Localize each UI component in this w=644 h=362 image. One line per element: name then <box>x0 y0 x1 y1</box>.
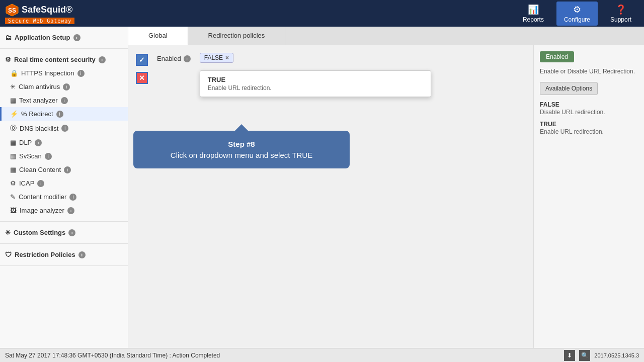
tooltip-text: Click on dropdown menu and select TRUE <box>145 151 338 159</box>
option-true-desc: Enable URL redirection. <box>540 128 638 136</box>
clean-content-label: Clean Content <box>19 166 61 173</box>
sidebar-section-title-app-setup[interactable]: 🗂 Application Setup i <box>0 31 128 44</box>
available-options-btn[interactable]: Available Options <box>540 82 598 95</box>
brand-name: SafeSquid® <box>22 5 72 15</box>
svg-text:SS: SS <box>8 7 16 14</box>
right-panel-option-true: TRUE Enable URL redirection. <box>540 121 638 136</box>
sidebar-item-clam-antivirus[interactable]: ✳ Clam antivirus i <box>0 80 128 94</box>
sidebar-section-title-realtime[interactable]: ⚙ Real time content security i <box>0 53 128 66</box>
search-icon[interactable]: 🔍 <box>579 350 590 361</box>
dlp-label: DLP <box>19 139 32 146</box>
clean-content-help-icon[interactable]: i <box>64 166 71 173</box>
sidebar-item-text-analyzer[interactable]: ▦ Text analyzer i <box>0 94 128 107</box>
sidebar: 🗂 Application Setup i ⚙ Real time conten… <box>0 27 128 348</box>
download-icon[interactable]: ⬇ <box>564 350 575 361</box>
icap-icon: ⚙ <box>10 179 16 187</box>
main-content: ✓ Enabled i FALSE × T <box>128 45 644 348</box>
statusbar-right: ⬇ 🔍 2017.0525.1345.3 <box>564 350 639 361</box>
center-panel: ✓ Enabled i FALSE × T <box>128 45 533 348</box>
restriction-help-icon[interactable]: i <box>78 251 86 258</box>
dlp-help-icon[interactable]: i <box>35 139 42 146</box>
navbar: SS SafeSquid® Secure Web Gateway 📊 Repor… <box>0 0 644 27</box>
tab-global[interactable]: Global <box>128 27 188 45</box>
dropdown-item-true[interactable]: TRUE Enable URL redirection. <box>200 71 431 97</box>
option-false-title: FALSE <box>540 101 638 108</box>
brand-subtitle: Secure Web Gateway <box>5 18 74 24</box>
support-nav-btn[interactable]: ❓ Support <box>603 2 639 26</box>
dns-help-icon[interactable]: i <box>61 125 68 132</box>
image-analyzer-help-icon[interactable]: i <box>67 207 74 214</box>
version-text: 2017.0525.1345.3 <box>594 352 639 358</box>
content-modifier-help-icon[interactable]: i <box>69 194 76 201</box>
enabled-label-text: Enabled <box>157 55 181 62</box>
svscan-label: SvScan <box>19 152 42 160</box>
support-icon: ❓ <box>615 4 626 15</box>
dns-icon: ⓪ <box>10 124 17 133</box>
custom-settings-label: Custom Settings <box>14 229 65 236</box>
sidebar-item-svscan[interactable]: ▦ SvScan i <box>0 149 128 163</box>
sidebar-item-https-inspection[interactable]: 🔒 HTTPS Inspection i <box>0 66 128 80</box>
dropdown-item-true-title: TRUE <box>208 76 423 83</box>
sidebar-item-clean-content[interactable]: ▦ Clean Content i <box>0 163 128 176</box>
remove-checkbox[interactable]: ✕ <box>136 72 148 84</box>
configure-nav-btn[interactable]: ⚙ Configure <box>556 2 598 26</box>
svscan-help-icon[interactable]: i <box>45 153 52 160</box>
logo-title: SS SafeSquid® <box>5 3 72 17</box>
realtime-icon: ⚙ <box>5 56 11 63</box>
tab-redirection-label: Redirection policies <box>208 32 265 39</box>
enabled-help-icon[interactable]: i <box>184 55 191 62</box>
enabled-badge: Enabled <box>540 51 574 62</box>
text-analyzer-label: Text analyzer <box>19 97 58 104</box>
sidebar-item-icap[interactable]: ⚙ ICAP i <box>0 176 128 190</box>
sidebar-section-title-custom[interactable]: ✳ Custom Settings i <box>0 226 128 239</box>
false-tag[interactable]: FALSE × <box>200 53 233 63</box>
redirect-label: % Redirect <box>21 110 53 118</box>
redirect-icon: ⚡ <box>10 110 18 118</box>
sidebar-section-title-restriction[interactable]: 🛡 Restriction Policies i <box>0 248 128 261</box>
option-true-title: TRUE <box>540 121 638 128</box>
enabled-checkbox-checked[interactable]: ✓ <box>136 54 148 66</box>
sidebar-section-application-setup: 🗂 Application Setup i <box>0 27 128 49</box>
tooltip-bubble: Step #8 Click on dropdown menu and selec… <box>133 131 350 168</box>
false-tag-close[interactable]: × <box>225 54 229 61</box>
logo: SS SafeSquid® Secure Web Gateway <box>5 3 74 24</box>
main-layout: 🗂 Application Setup i ⚙ Real time conten… <box>0 27 644 348</box>
logo-icon: SS <box>5 3 19 17</box>
restriction-icon: 🛡 <box>5 251 12 258</box>
redirect-help-icon[interactable]: i <box>56 111 63 118</box>
clam-help-icon[interactable]: i <box>63 83 70 90</box>
reports-label: Reports <box>523 16 544 23</box>
app-setup-help-icon[interactable]: i <box>73 34 80 41</box>
realtime-label: Real time content security <box>14 56 96 63</box>
reports-nav-btn[interactable]: 📊 Reports <box>515 2 551 26</box>
sidebar-section-realtime: ⚙ Real time content security i 🔒 HTTPS I… <box>0 49 128 222</box>
https-label: HTTPS Inspection <box>21 69 74 77</box>
sidebar-item-redirect[interactable]: ⚡ % Redirect i <box>0 107 128 121</box>
icap-help-icon[interactable]: i <box>37 180 44 187</box>
clam-icon: ✳ <box>10 83 16 90</box>
sidebar-section-restriction-policies: 🛡 Restriction Policies i <box>0 244 128 266</box>
https-help-icon[interactable]: i <box>77 70 85 77</box>
sidebar-item-dns-blacklist[interactable]: ⓪ DNS blacklist i <box>0 121 128 136</box>
svscan-icon: ▦ <box>10 152 16 160</box>
sidebar-item-dlp[interactable]: ▦ DLP i <box>0 136 128 149</box>
text-analyzer-help-icon[interactable]: i <box>61 97 68 104</box>
sidebar-item-content-modifier[interactable]: ✎ Content modifier i <box>0 190 128 204</box>
right-panel-description: Enable or Disable URL Redirection. <box>540 67 638 76</box>
app-setup-icon: 🗂 <box>5 34 12 41</box>
tab-redirection-policies[interactable]: Redirection policies <box>188 27 286 45</box>
realtime-help-icon[interactable]: i <box>99 56 106 63</box>
restriction-label: Restriction Policies <box>15 251 75 258</box>
https-icon: 🔒 <box>10 69 18 77</box>
dns-label: DNS blacklist <box>20 125 58 132</box>
false-tag-label: FALSE <box>204 54 223 61</box>
custom-settings-help-icon[interactable]: i <box>68 229 75 236</box>
dropdown-menu: TRUE Enable URL redirection. <box>200 70 431 97</box>
custom-settings-icon: ✳ <box>5 229 11 236</box>
remove-mark-icon: ✕ <box>139 74 145 82</box>
tabs-bar: Global Redirection policies <box>128 27 644 45</box>
statusbar: Sat May 27 2017 17:48:36 GMT+0530 (India… <box>0 348 644 362</box>
form-row-enabled: ✓ Enabled i FALSE × T <box>136 53 526 66</box>
navbar-actions: 📊 Reports ⚙ Configure ❓ Support <box>515 2 639 26</box>
sidebar-item-image-analyzer[interactable]: 🖼 Image analyzer i <box>0 204 128 217</box>
